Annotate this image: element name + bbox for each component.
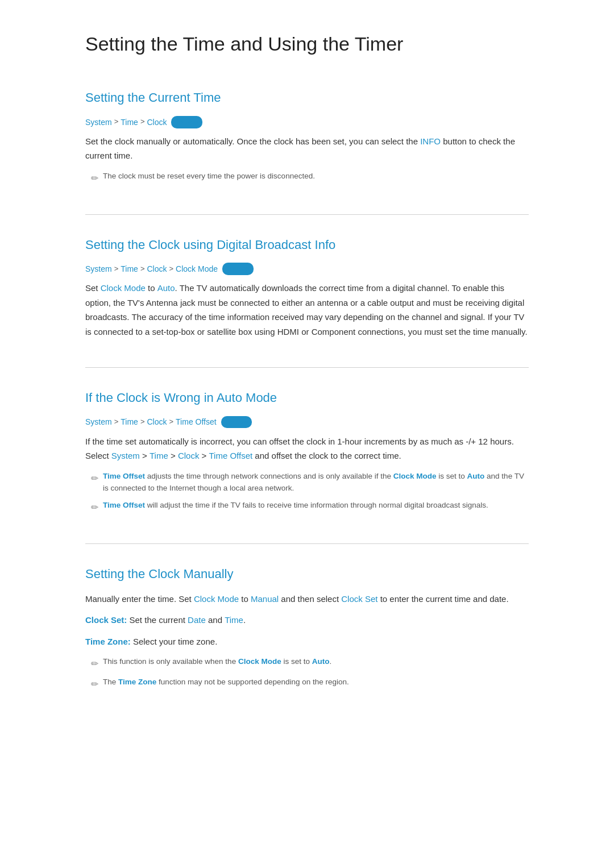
note-item-4: ✏ This function is only available when t… xyxy=(91,655,529,671)
breadcrumb-time-2[interactable]: Time xyxy=(121,263,138,275)
pencil-icon-2: ✏ xyxy=(91,471,98,486)
highlight-time-zone-note: Time Zone xyxy=(118,678,156,686)
highlight-clock-mode-note1: Clock Mode xyxy=(393,472,437,480)
breadcrumb-clock-2[interactable]: Clock xyxy=(147,263,167,275)
separator-2: > xyxy=(140,116,145,128)
pencil-icon-1: ✏ xyxy=(91,171,98,186)
section-digital-broadcast: Setting the Clock using Digital Broadcas… xyxy=(85,235,529,339)
highlight-clock-mode-1: Clock Mode xyxy=(101,283,146,293)
highlight-time-inline: Time xyxy=(150,451,168,460)
note-item-1: ✏ The clock must be reset every time the… xyxy=(91,170,529,186)
highlight-auto-2: Auto xyxy=(312,657,330,666)
breadcrumb-time-3[interactable]: Time xyxy=(121,416,138,428)
separator-5: > xyxy=(169,263,173,275)
section-title-clock-wrong: If the Clock is Wrong in Auto Mode xyxy=(85,388,529,408)
body-text-clock-manually: Manually enter the time. Set Clock Mode … xyxy=(85,592,529,607)
section-clock-wrong: If the Clock is Wrong in Auto Mode Syste… xyxy=(85,388,529,514)
section-title-clock-manually: Setting the Clock Manually xyxy=(85,564,529,584)
separator-7: > xyxy=(140,416,145,428)
note-item-5: ✏ The Time Zone function may not be supp… xyxy=(91,676,529,692)
highlight-auto-1: Auto xyxy=(157,283,175,293)
breadcrumb-current-time: System > Time > Clock Try Now xyxy=(85,116,529,128)
highlight-clock-set: Clock Set xyxy=(341,594,377,604)
note-text-4: This function is only available when the… xyxy=(103,655,331,668)
body-text-clock-wrong: If the time set automatically is incorre… xyxy=(85,434,529,463)
highlight-date: Date xyxy=(188,615,206,625)
pencil-icon-4: ✏ xyxy=(91,657,98,671)
breadcrumb-system-2[interactable]: System xyxy=(85,263,112,275)
note-text-3: Time Offset will adjust the time if the … xyxy=(103,499,488,512)
breadcrumb-time[interactable]: Time xyxy=(121,116,138,128)
divider-1 xyxy=(85,214,529,215)
note-text-1: The clock must be reset every time the p… xyxy=(103,170,315,182)
breadcrumb-digital-broadcast: System > Time > Clock > Clock Mode Try N… xyxy=(85,263,529,275)
breadcrumb-system-3[interactable]: System xyxy=(85,416,112,428)
try-now-badge-3[interactable]: Try Now xyxy=(221,416,252,429)
body-text-current-time: Set the clock manually or automatically.… xyxy=(85,134,529,163)
term-clock-set: Clock Set: Set the current Date and Time… xyxy=(85,613,529,628)
breadcrumb-clock-3[interactable]: Clock xyxy=(147,416,167,428)
section-title-digital-broadcast: Setting the Clock using Digital Broadcas… xyxy=(85,235,529,255)
highlight-auto-note1: Auto xyxy=(467,472,485,480)
separator-4: > xyxy=(140,263,145,275)
highlight-time-term: Time xyxy=(225,615,243,625)
breadcrumb-system[interactable]: System xyxy=(85,116,112,128)
term-label-clock-set: Clock Set: xyxy=(85,615,127,625)
term-label-time-zone: Time Zone: xyxy=(85,637,131,646)
note-text-5: The Time Zone function may not be suppor… xyxy=(103,676,349,688)
body-text-digital-broadcast: Set Clock Mode to Auto. The TV automatic… xyxy=(85,281,529,339)
term-time-zone: Time Zone: Select your time zone. xyxy=(85,634,529,649)
separator-3: > xyxy=(114,263,119,275)
section-title-current-time: Setting the Current Time xyxy=(85,88,529,107)
note-text-2: Time Offset adjusts the time through net… xyxy=(103,470,529,495)
section-setting-current-time: Setting the Current Time System > Time >… xyxy=(85,88,529,185)
highlight-time-offset-inline: Time Offset xyxy=(209,451,253,460)
try-now-badge-1[interactable]: Try Now xyxy=(171,116,202,128)
main-title: Setting the Time and Using the Timer xyxy=(85,28,529,65)
separator-6: > xyxy=(114,416,119,428)
try-now-badge-2[interactable]: Try Now xyxy=(222,263,254,275)
highlight-manual: Manual xyxy=(251,594,279,604)
divider-3 xyxy=(85,543,529,544)
separator-1: > xyxy=(114,116,119,128)
breadcrumb-clock-mode[interactable]: Clock Mode xyxy=(176,263,218,275)
breadcrumb-clock[interactable]: Clock xyxy=(147,116,167,128)
highlight-system-inline: System xyxy=(111,451,140,460)
divider-2 xyxy=(85,367,529,368)
highlight-info: INFO xyxy=(420,136,441,146)
breadcrumb-time-offset[interactable]: Time Offset xyxy=(176,416,217,428)
highlight-clock-inline: Clock xyxy=(178,451,200,460)
pencil-icon-3: ✏ xyxy=(91,500,98,515)
pencil-icon-5: ✏ xyxy=(91,677,98,692)
section-clock-manually: Setting the Clock Manually Manually ente… xyxy=(85,564,529,692)
breadcrumb-clock-wrong: System > Time > Clock > Time Offset Try … xyxy=(85,416,529,428)
page-container: Setting the Time and Using the Timer Set… xyxy=(51,0,563,765)
highlight-time-offset-note2: Time Offset xyxy=(103,501,145,509)
note-item-2: ✏ Time Offset adjusts the time through n… xyxy=(91,470,529,495)
separator-8: > xyxy=(169,416,173,428)
highlight-time-offset-note1: Time Offset xyxy=(103,472,145,480)
note-item-3: ✏ Time Offset will adjust the time if th… xyxy=(91,499,529,515)
highlight-clock-mode-2: Clock Mode xyxy=(194,594,239,604)
highlight-clock-mode-3: Clock Mode xyxy=(238,657,281,666)
